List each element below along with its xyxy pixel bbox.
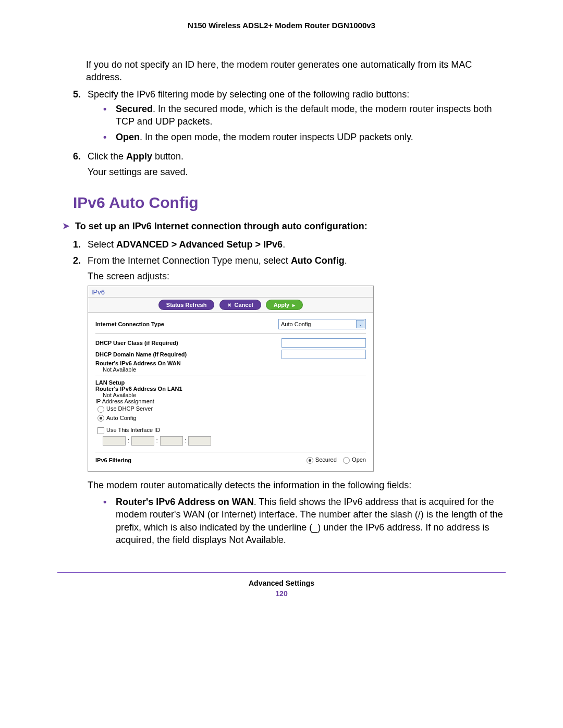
step-6-suffix: button. (152, 151, 183, 162)
step-6-prefix: Click the (88, 151, 126, 162)
radio-auto-label: Auto Config (106, 415, 136, 421)
step-5: 5. Specify the IPv6 filtering mode by se… (57, 88, 506, 147)
bullet-icon: • (103, 103, 116, 128)
filtering-label: IPv6 Filtering (95, 457, 131, 463)
step-6-bold: Apply (126, 151, 152, 162)
lan-addr-label: Router's IPv6 Address On LAN1 (95, 386, 366, 392)
radio-secured[interactable] (307, 457, 313, 464)
bullet-open: • Open. In the open mode, the modem rout… (103, 131, 506, 143)
intro-paragraph: If you do not specify an ID here, the mo… (86, 58, 506, 84)
after-screenshot-text: The modem router automatically detects t… (88, 479, 506, 491)
page-header-title: N150 Wireless ADSL2+ Modem Router DGN100… (57, 21, 506, 30)
footer-page-number: 120 (57, 589, 506, 598)
radio-auto[interactable] (97, 415, 104, 422)
bullet-bold: Secured (116, 104, 153, 114)
apply-button[interactable]: Apply▸ (266, 300, 303, 310)
step-6: 6. Click the Apply button. Your settings… (57, 150, 506, 179)
bullet-wan-addr: • Router's IPv6 Address on WAN. This fie… (103, 496, 506, 546)
step-number: 2. (73, 254, 88, 283)
interface-id-input[interactable] (103, 436, 126, 446)
footer-divider (57, 572, 506, 573)
conn-type-label: Internet Connection Type (95, 321, 164, 327)
bullet-text: . In the secured mode, which is the defa… (116, 104, 492, 127)
divider (95, 334, 366, 334)
lan-addr-value: Not Available (95, 392, 366, 398)
step-bold: ADVANCED > Advanced Setup > IPv6 (116, 239, 283, 250)
interface-id-input[interactable] (160, 436, 183, 446)
task-intro: ➤ To set up an IPv6 Internet connection … (63, 221, 506, 232)
bullet-bold: Open (116, 132, 140, 142)
use-interface-label: Use This Interface ID (106, 427, 160, 433)
ipv6-screenshot: IPv6 Status Refresh ✕Cancel Apply▸ Inter… (88, 286, 374, 471)
step-prefix: From the Internet Connection Type menu, … (88, 255, 291, 266)
button-row: Status Refresh ✕Cancel Apply▸ (88, 298, 373, 313)
radio-open-label: Open (352, 456, 366, 463)
radio-open[interactable] (343, 457, 350, 464)
footer-section: Advanced Settings (57, 579, 506, 587)
dhcp-domain-input[interactable] (282, 350, 366, 359)
step-bold: Auto Config (291, 255, 345, 266)
step-number: 5. (73, 88, 88, 147)
chevron-right-icon: ▸ (292, 302, 295, 308)
use-interface-checkbox[interactable] (97, 427, 104, 434)
cancel-button[interactable]: ✕Cancel (219, 300, 261, 310)
wan-addr-value: Not Available (95, 366, 366, 373)
step-number: 6. (73, 150, 88, 179)
radio-dhcp[interactable] (97, 406, 104, 413)
section-title: IPv6 Auto Config (73, 194, 506, 212)
status-refresh-button[interactable]: Status Refresh (158, 300, 215, 310)
dhcp-user-class-input[interactable] (282, 338, 366, 348)
task-intro-text: To set up an IPv6 Internet connection th… (75, 221, 368, 232)
chevron-down-icon: ⌄ (356, 320, 364, 328)
dhcp-domain-label: DHCP Domain Name (If Required) (95, 351, 187, 357)
interface-id-input[interactable] (188, 436, 211, 446)
bullet-secured: • Secured. In the secured mode, which is… (103, 103, 506, 128)
panel-title: IPv6 (88, 286, 373, 298)
divider (95, 452, 366, 452)
task-step-1: 1. Select ADVANCED > Advanced Setup > IP… (57, 238, 506, 251)
step-6-after: Your settings are saved. (88, 166, 506, 178)
task-step-2: 2. From the Internet Connection Type men… (57, 254, 506, 283)
bullet-icon: • (103, 131, 116, 143)
step-suffix: . (283, 239, 285, 250)
ip-assign-label: IP Address Assignment (95, 398, 366, 404)
interface-id-fields: : : : (103, 436, 366, 446)
radio-dhcp-label: Use DHCP Server (106, 405, 153, 412)
step-suffix: . (345, 255, 347, 266)
lan-setup-label: LAN Setup (95, 379, 366, 386)
conn-type-value: Auto Config (281, 321, 311, 327)
chevron-right-icon: ➤ (63, 221, 75, 232)
step-2-after: The screen adjusts: (88, 270, 506, 282)
radio-secured-label: Secured (315, 456, 337, 463)
divider (95, 376, 366, 376)
bullet-bold: Router's IPv6 Address on WAN (116, 497, 254, 507)
step-prefix: Select (88, 239, 116, 250)
bullet-text: . In the open mode, the modem router ins… (140, 132, 413, 142)
wan-addr-label: Router's IPv6 Address On WAN (95, 360, 366, 366)
dhcp-user-class-label: DHCP User Class (if Required) (95, 340, 178, 346)
conn-type-select[interactable]: Auto Config ⌄ (278, 319, 366, 329)
close-icon: ✕ (227, 302, 231, 308)
interface-id-input[interactable] (131, 436, 154, 446)
step-5-text: Specify the IPv6 filtering mode by selec… (88, 89, 409, 100)
bullet-icon: • (103, 496, 116, 546)
step-number: 1. (73, 238, 88, 251)
